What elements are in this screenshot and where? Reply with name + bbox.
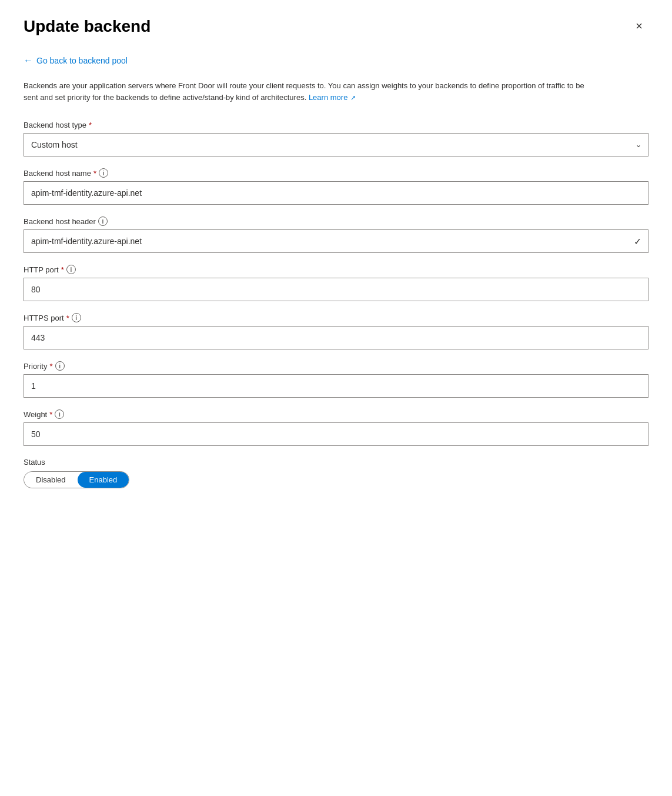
https-port-group: HTTPS port * i <box>24 313 648 349</box>
info-icon[interactable]: i <box>98 217 108 226</box>
panel-title: Update backend <box>24 16 151 36</box>
priority-group: Priority * i <box>24 361 648 398</box>
status-group: Status Disabled Enabled <box>24 458 648 488</box>
status-label: Status <box>24 458 648 467</box>
http-port-input[interactable] <box>24 278 648 301</box>
required-star: * <box>49 410 52 419</box>
status-toggle-group: Disabled Enabled <box>24 471 129 488</box>
learn-more-link[interactable]: Learn more ↗ <box>309 93 356 102</box>
info-icon[interactable]: i <box>99 168 108 178</box>
backend-host-header-group: Backend host header i ✓ <box>24 217 648 253</box>
update-backend-panel: Update backend × ← Go back to backend po… <box>0 0 672 796</box>
backend-host-type-label: Backend host type * <box>24 121 648 129</box>
weight-input[interactable] <box>24 422 648 446</box>
status-enabled-option[interactable]: Enabled <box>78 472 129 488</box>
required-star: * <box>49 362 52 371</box>
http-port-label: HTTP port * i <box>24 265 648 274</box>
priority-input[interactable] <box>24 374 648 398</box>
back-to-pool-link[interactable]: ← Go back to backend pool <box>24 55 648 66</box>
panel-header: Update backend × <box>24 16 648 36</box>
info-icon[interactable]: i <box>72 313 81 322</box>
backend-host-type-group: Backend host type * Custom host App serv… <box>24 121 648 156</box>
backend-host-name-input[interactable] <box>24 181 648 205</box>
info-icon[interactable]: i <box>55 409 64 419</box>
backend-host-name-group: Backend host name * i <box>24 168 648 205</box>
back-link-label: Go back to backend pool <box>36 56 128 65</box>
description-text: Backends are your application servers wh… <box>24 80 588 105</box>
info-icon[interactable]: i <box>55 361 65 371</box>
https-port-input[interactable] <box>24 326 648 349</box>
weight-group: Weight * i <box>24 409 648 446</box>
required-star: * <box>61 265 64 274</box>
backend-host-header-wrapper: ✓ <box>24 229 648 253</box>
http-port-group: HTTP port * i <box>24 265 648 301</box>
https-port-label: HTTPS port * i <box>24 313 648 322</box>
required-star: * <box>89 121 92 129</box>
close-button[interactable]: × <box>630 16 648 35</box>
backend-host-name-label: Backend host name * i <box>24 168 648 178</box>
weight-label: Weight * i <box>24 409 648 419</box>
required-star: * <box>66 314 69 322</box>
status-disabled-option[interactable]: Disabled <box>24 472 78 488</box>
priority-label: Priority * i <box>24 361 648 371</box>
backend-host-header-input[interactable] <box>24 229 648 253</box>
external-link-icon: ↗ <box>349 94 356 101</box>
info-icon[interactable]: i <box>66 265 76 274</box>
back-arrow-icon: ← <box>24 55 33 66</box>
backend-host-type-select[interactable]: Custom host App service Cloud service St… <box>24 133 648 156</box>
backend-host-type-select-wrapper: Custom host App service Cloud service St… <box>24 133 648 156</box>
backend-host-header-label: Backend host header i <box>24 217 648 226</box>
required-star: * <box>93 169 96 178</box>
